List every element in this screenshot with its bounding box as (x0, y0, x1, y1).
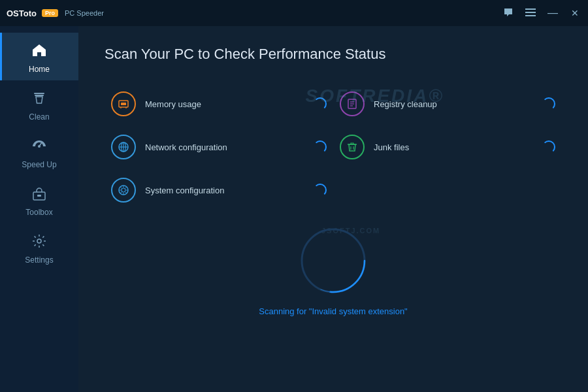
large-spinner (297, 225, 369, 297)
scan-status-text: Scanning for "Invalid system extension" (105, 306, 562, 316)
settings-icon (31, 233, 48, 252)
title-bar-left: OSToto Pro PC Speeder (7, 8, 104, 18)
toolbox-icon (31, 185, 48, 204)
empty-cell (333, 169, 562, 212)
network-label: Network configuration (145, 142, 304, 152)
system-spinner (314, 184, 327, 197)
app-subtitle: PC Speeder (65, 9, 104, 17)
page-title: Scan Your PC to Check Performance Status (105, 46, 562, 63)
network-icon (111, 135, 136, 159)
svg-point-8 (37, 239, 41, 243)
scan-items-grid: Memory usage Registry cleanup (105, 82, 562, 212)
sidebar-item-home[interactable]: Home (0, 33, 78, 80)
svg-rect-2 (525, 15, 536, 16)
junk-spinner (542, 140, 555, 154)
sidebar-toolbox-label: Toolbox (25, 208, 52, 217)
system-icon (111, 178, 136, 203)
scan-item-system: System configuration (105, 169, 333, 212)
content-wrapper: SOFTREDIA® Memory usage (105, 82, 562, 379)
registry-label: Registry cleanup (374, 99, 533, 109)
network-spinner (314, 140, 327, 154)
svg-rect-10 (121, 103, 126, 105)
scan-item-network: Network configuration (105, 125, 333, 169)
svg-rect-4 (34, 93, 44, 94)
scan-item-junk: Junk files (333, 125, 562, 169)
close-button[interactable]: ✕ (568, 8, 581, 18)
clean-icon (31, 90, 48, 109)
scan-item-registry: Registry cleanup (333, 82, 562, 125)
registry-icon (340, 91, 365, 116)
sidebar-item-speedup[interactable]: Speed Up (0, 128, 78, 176)
chat-button[interactable] (502, 7, 515, 20)
svg-rect-0 (525, 8, 536, 10)
main-layout: Home Clean Speed Up (0, 26, 588, 392)
memory-spinner (314, 97, 327, 110)
svg-rect-3 (35, 95, 44, 96)
junk-label: Junk files (374, 142, 533, 152)
sidebar-item-settings[interactable]: Settings (0, 223, 78, 271)
title-bar-controls: — ✕ (502, 7, 581, 20)
speedup-icon (31, 137, 48, 157)
registry-spinner (542, 97, 555, 110)
sidebar: Home Clean Speed Up (0, 26, 78, 392)
junk-icon (340, 135, 365, 159)
sidebar-item-toolbox[interactable]: Toolbox (0, 176, 78, 223)
title-bar: OSToto Pro PC Speeder — ✕ (0, 0, 588, 26)
sidebar-clean-label: Clean (29, 112, 49, 122)
svg-rect-7 (37, 195, 41, 197)
large-spinner-container (105, 225, 562, 297)
app-name: OSToto (7, 8, 37, 18)
svg-point-24 (122, 188, 125, 192)
svg-rect-1 (525, 12, 536, 13)
scan-item-memory: Memory usage (105, 82, 333, 125)
system-label: System configuration (145, 186, 304, 195)
sidebar-item-clean[interactable]: Clean (0, 80, 78, 128)
memory-icon (111, 91, 136, 116)
sidebar-home-label: Home (29, 65, 50, 74)
home-icon (31, 42, 48, 61)
sidebar-speedup-label: Speed Up (22, 160, 56, 169)
menu-button[interactable] (524, 8, 537, 18)
pro-badge: Pro (42, 9, 58, 17)
memory-label: Memory usage (145, 99, 304, 109)
minimize-button[interactable]: — (546, 8, 559, 18)
sidebar-settings-label: Settings (25, 255, 53, 265)
content-area: Scan Your PC to Check Performance Status… (78, 26, 588, 392)
